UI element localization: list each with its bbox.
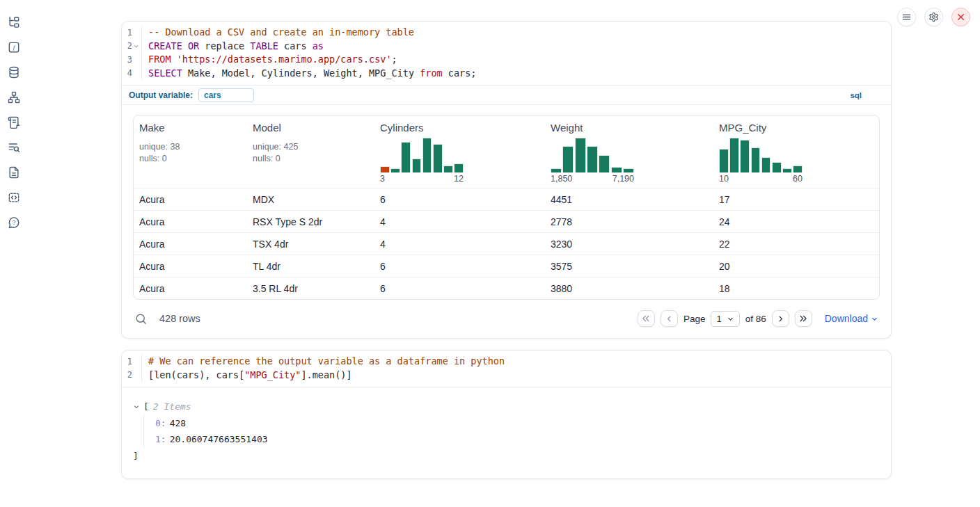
python-code-line[interactable]: 1 # We can reference the output variable… xyxy=(122,355,891,369)
table-cell: 20 xyxy=(713,255,879,277)
table-cell: RSX Type S 2dr xyxy=(247,211,374,232)
code-token: from xyxy=(420,67,443,79)
table-cell: TL 4dr xyxy=(247,255,374,277)
chevron-down-icon xyxy=(871,315,878,323)
code-token: "MPG_City" xyxy=(244,369,301,380)
histogram-bar xyxy=(412,159,422,172)
sql-code-line[interactable]: 4 SELECT Make, Model, Cylinders, Weight,… xyxy=(122,67,891,81)
next-page-button[interactable] xyxy=(772,310,789,327)
table-row[interactable]: Acura3.5 RL 4dr6388018 xyxy=(134,277,879,299)
table-cell: Acura xyxy=(134,211,247,232)
column-histogram[interactable]: 1,850 7,190 xyxy=(551,136,634,184)
table-cell: 4 xyxy=(374,211,545,232)
sidebar-panel-button[interactable] xyxy=(6,89,22,106)
table-cell: 3575 xyxy=(545,255,713,277)
svg-text:f: f xyxy=(13,44,16,51)
python-cell: 1 # We can reference the output variable… xyxy=(121,350,892,479)
sql-code-editor[interactable]: 1 -- Download a CSV and create an in-mem… xyxy=(122,22,891,85)
open-bracket: [ xyxy=(143,399,149,414)
items-count-note: 2 Items xyxy=(153,399,191,414)
histogram-bar xyxy=(454,163,464,172)
sidebar-panel-button[interactable] xyxy=(6,114,22,131)
table-row[interactable]: AcuraTL 4dr6357520 xyxy=(134,255,879,277)
column-header-model[interactable]: Model unique: 425 nulls: 0 xyxy=(247,115,374,188)
histogram-bar xyxy=(623,168,634,172)
column-stats: unique: 425 nulls: 0 xyxy=(253,141,369,164)
column-name: MPG_City xyxy=(719,122,874,134)
sql-code-line[interactable]: 3 FROM 'https://datasets.marimo.app/cars… xyxy=(122,53,891,67)
search-icon[interactable] xyxy=(134,312,148,325)
settings-button[interactable] xyxy=(924,8,943,26)
histogram-min-label: 3 xyxy=(380,174,385,184)
download-button[interactable]: Download xyxy=(825,313,878,324)
table-row[interactable]: AcuraMDX6445117 xyxy=(134,188,879,210)
first-page-button[interactable] xyxy=(638,310,655,327)
code-token: cars xyxy=(278,40,313,51)
histogram-bar xyxy=(729,138,739,172)
line-gutter: 1 xyxy=(122,355,142,369)
sidebar-panel-button[interactable] xyxy=(6,64,22,81)
sidebar-panel-button[interactable] xyxy=(6,139,22,156)
list-item: 1:20.060747663551403 xyxy=(155,431,880,447)
line-gutter: 1 xyxy=(122,26,142,40)
sidebar-panel-button[interactable] xyxy=(6,164,22,181)
sql-cell: 1 -- Download a CSV and create an in-mem… xyxy=(121,21,892,339)
column-header-make[interactable]: Make unique: 38 nulls: 0 xyxy=(134,115,247,188)
line-number: 3 xyxy=(127,55,132,65)
line-gutter: 2 xyxy=(122,40,142,54)
datasources-icon xyxy=(7,65,21,79)
list-entries: 0:4281:20.060747663551403 xyxy=(143,415,880,447)
histogram-bar xyxy=(551,168,562,172)
code-text: [len(cars), cars["MPG_City"].mean()] xyxy=(142,369,352,383)
sidebar-panel-button[interactable] xyxy=(6,189,22,206)
chevrons-right-icon xyxy=(798,314,808,323)
dependency-graph-icon xyxy=(7,90,21,104)
chevron-right-icon xyxy=(776,314,785,323)
sidebar-panel-button[interactable]: ? xyxy=(6,214,22,231)
code-token: Make, Model, Cylinders, Weight, MPG_City xyxy=(182,67,420,79)
column-header-weight[interactable]: Weight 1,850 7,190 xyxy=(545,115,713,188)
code-token: ].mean()] xyxy=(301,369,351,380)
column-header-cylinders[interactable]: Cylinders 3 12 xyxy=(374,115,545,188)
column-histogram[interactable]: 10 60 xyxy=(719,136,803,184)
notebook-main: 1 -- Download a CSV and create an in-mem… xyxy=(121,21,892,490)
close-button[interactable] xyxy=(951,8,970,26)
output-variable-input[interactable] xyxy=(198,88,254,102)
table-row[interactable]: AcuraRSX Type S 2dr4277824 xyxy=(134,210,879,232)
output-variable-row: Output variable: sql xyxy=(122,85,891,104)
page-total-label: of 86 xyxy=(745,314,766,324)
page-select[interactable]: 1 xyxy=(711,311,739,327)
prev-page-button[interactable] xyxy=(661,310,678,327)
chevron-down-icon xyxy=(727,315,734,323)
sql-code-line[interactable]: 1 -- Download a CSV and create an in-mem… xyxy=(122,26,891,40)
sql-code-line[interactable]: 2 CREATE OR replace TABLE cars as xyxy=(122,40,891,54)
table-cell: 17 xyxy=(713,188,879,210)
last-page-button[interactable] xyxy=(795,310,812,327)
close-bracket: ] xyxy=(133,449,880,463)
table-footer: 428 rows Page 1 of 86 Download xyxy=(133,306,880,331)
column-name: Make xyxy=(139,122,242,134)
menu-button[interactable] xyxy=(897,8,916,26)
column-name: Model xyxy=(253,122,369,134)
collapse-chevron-icon[interactable] xyxy=(133,403,141,410)
table-cell: 6 xyxy=(374,277,545,299)
column-name: Weight xyxy=(551,122,708,134)
line-number: 4 xyxy=(127,68,132,78)
column-header-mpg_city[interactable]: MPG_City 10 60 xyxy=(713,115,879,188)
table-cell: Acura xyxy=(134,277,247,299)
histogram-bar xyxy=(772,162,782,172)
code-text: FROM 'https://datasets.marimo.app/cars.c… xyxy=(142,53,397,67)
sidebar: f? xyxy=(6,14,22,231)
table-row[interactable]: AcuraTSX 4dr4323022 xyxy=(134,232,879,255)
table-cell: 4 xyxy=(374,233,545,255)
column-histogram[interactable]: 3 12 xyxy=(380,136,464,184)
sidebar-panel-button[interactable]: f xyxy=(6,39,22,56)
python-code-editor[interactable]: 1 # We can reference the output variable… xyxy=(122,351,891,387)
fold-chevron-icon[interactable] xyxy=(133,43,139,49)
sidebar-panel-button[interactable] xyxy=(6,14,22,31)
pagination: Page 1 of 86 Download xyxy=(638,310,878,327)
item-index: 1: xyxy=(155,434,166,444)
histogram-bar xyxy=(719,149,729,172)
python-code-line[interactable]: 2 [len(cars), cars["MPG_City"].mean()] xyxy=(122,369,891,383)
scratchpad-icon xyxy=(7,115,21,129)
